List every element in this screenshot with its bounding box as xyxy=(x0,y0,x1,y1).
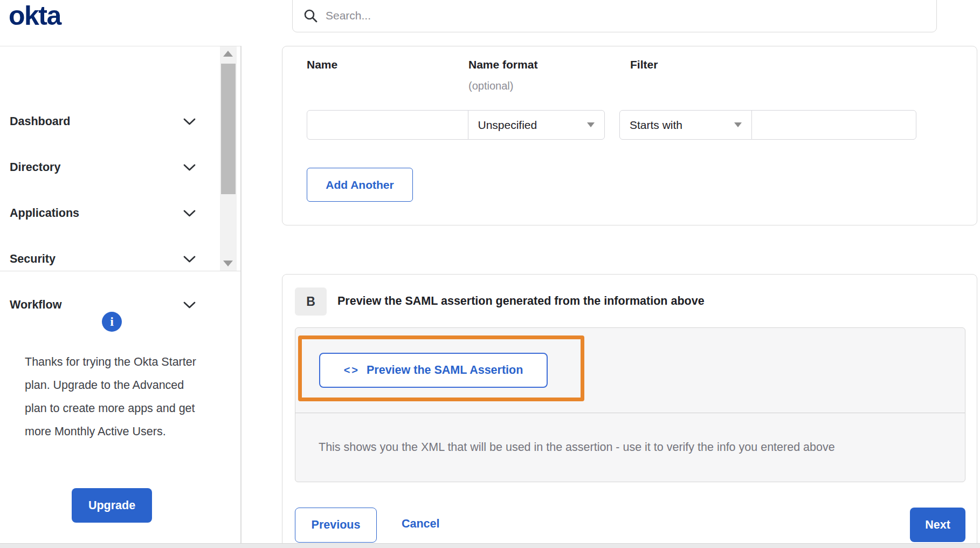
next-button[interactable]: Next xyxy=(910,508,965,542)
global-search[interactable] xyxy=(292,0,937,32)
sidebar-item-label: Directory xyxy=(10,161,60,174)
okta-logo: okta xyxy=(9,0,61,31)
chevron-down-icon xyxy=(183,256,196,265)
add-another-button[interactable]: Add Another xyxy=(307,168,413,202)
name-format-value: Unspecified xyxy=(478,119,537,132)
section-b-title: Preview the SAML assertion generated fro… xyxy=(337,294,705,308)
dropdown-arrow-icon xyxy=(734,122,742,127)
code-icon: <> xyxy=(344,364,360,376)
sidebar-item-label: Security xyxy=(10,252,56,266)
chevron-down-icon xyxy=(183,210,196,220)
chevron-down-icon xyxy=(183,302,196,311)
sidebar-item-security[interactable]: Security xyxy=(0,247,218,271)
filter-value-field[interactable] xyxy=(751,110,916,140)
sidebar-item-label: Dashboard xyxy=(10,115,70,128)
preview-saml-assertion-button[interactable]: <> Preview the SAML Assertion xyxy=(319,353,548,388)
search-input[interactable] xyxy=(326,9,865,22)
sidebar-item-label: Applications xyxy=(10,207,79,220)
previous-button[interactable]: Previous xyxy=(295,508,377,543)
upgrade-button[interactable]: Upgrade xyxy=(72,488,152,523)
upgrade-promo-text: Thanks for trying the Okta Starter plan.… xyxy=(25,351,201,443)
attribute-statements-card: Name Name format (optional) Filter Unspe… xyxy=(282,46,977,225)
name-format-select[interactable]: Unspecified xyxy=(468,110,605,140)
horizontal-scrollbar[interactable] xyxy=(0,543,980,548)
preview-button-label: Preview the SAML Assertion xyxy=(367,364,523,377)
dropdown-arrow-icon xyxy=(587,122,595,127)
chevron-down-icon xyxy=(183,118,196,128)
sidebar-nav: Dashboard Directory Applications Securit… xyxy=(0,46,241,271)
sidebar-item-directory[interactable]: Directory xyxy=(0,155,218,179)
scrollbar-thumb[interactable] xyxy=(221,64,236,194)
preview-button-section: <> Preview the SAML Assertion xyxy=(295,328,965,413)
filter-column-label: Filter xyxy=(630,58,658,71)
step-b-badge: B xyxy=(295,287,327,316)
preview-hint-text: This shows you the XML that will be used… xyxy=(319,441,835,454)
sidebar-scrollbar[interactable] xyxy=(220,46,237,271)
search-icon xyxy=(303,9,318,23)
name-format-column-label: Name format xyxy=(468,58,537,71)
sidebar-item-applications[interactable]: Applications xyxy=(0,201,218,225)
name-field[interactable] xyxy=(307,110,468,140)
preview-hint-section: This shows you the XML that will be used… xyxy=(295,413,965,482)
filter-operator-select[interactable]: Starts with xyxy=(619,110,752,140)
cancel-link[interactable]: Cancel xyxy=(402,517,440,531)
name-column-label: Name xyxy=(307,58,337,71)
scroll-up-icon[interactable] xyxy=(223,51,233,57)
preview-panel: <> Preview the SAML Assertion This shows… xyxy=(295,327,965,482)
name-format-optional-label: (optional) xyxy=(468,80,513,92)
filter-operator-value: Starts with xyxy=(630,119,682,132)
sidebar-item-dashboard[interactable]: Dashboard xyxy=(0,109,218,133)
preview-assertion-card: B Preview the SAML assertion generated f… xyxy=(282,274,977,548)
scroll-down-icon[interactable] xyxy=(223,261,233,266)
sidebar-item-label: Workflow xyxy=(10,298,61,312)
chevron-down-icon xyxy=(183,164,196,174)
sidebar-divider xyxy=(240,46,241,548)
info-icon: i xyxy=(102,312,122,332)
